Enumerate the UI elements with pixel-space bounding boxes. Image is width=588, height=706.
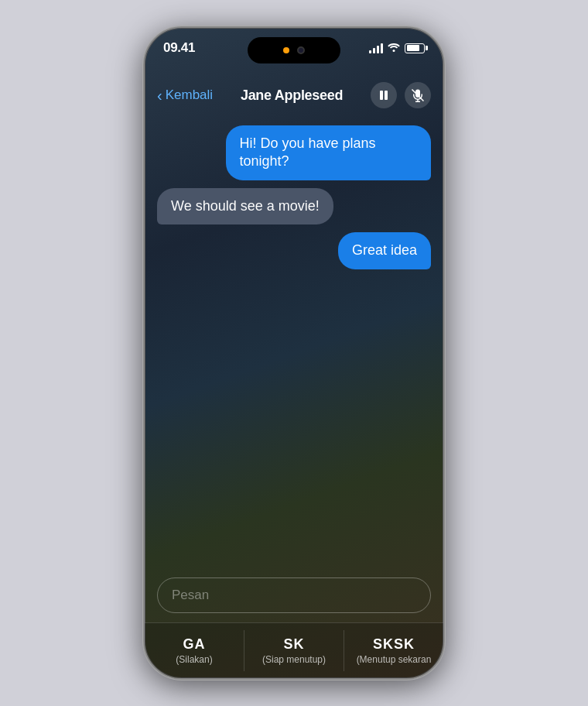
message-text: We should see a movie! [171,198,320,214]
bottom-item-sk[interactable]: SK (Siap menutup) [244,630,344,671]
contact-name: Jane Appleseed [219,87,364,104]
message-bubble-incoming-1: We should see a movie! [157,188,333,224]
bottom-item-ga[interactable]: GA (Silakan) [145,630,244,671]
svg-rect-1 [385,91,388,100]
status-time: 09.41 [163,40,195,56]
message-input-container[interactable]: Pesan [157,577,431,613]
bottom-item-ga-code: GA [183,636,206,653]
back-button[interactable]: ‹ Kembali [157,87,213,103]
message-input[interactable]: Pesan [172,588,209,603]
back-label: Kembali [166,87,213,103]
message-text: Great idea [352,242,417,258]
phone-frame: 09.41 ‹ [143,26,445,680]
bottom-item-sksk-code: SKSK [373,636,415,653]
bottom-item-sk-label: (Siap menutup) [262,654,326,665]
mute-button[interactable] [405,82,431,108]
nav-bar: ‹ Kembali Jane Appleseed [145,74,443,116]
battery-icon [405,43,425,53]
message-text: Hi! Do you have plans tonight? [240,135,376,169]
bottom-item-sksk-label: (Menutup sekaran [357,654,432,665]
dynamic-island-dot [283,47,289,53]
signal-bars-icon [369,43,383,53]
screen: 09.41 ‹ [145,28,443,678]
input-area: Pesan [145,570,443,622]
nav-actions [371,82,431,108]
pause-button[interactable] [371,82,397,108]
bottom-item-ga-label: (Silakan) [176,654,212,665]
bottom-item-sk-code: SK [283,636,304,653]
bottom-item-sksk[interactable]: SKSK (Menutup sekaran [344,630,443,671]
svg-rect-0 [380,91,383,100]
status-icons [369,40,425,54]
messages-area: Hi! Do you have plans tonight? We should… [145,116,443,570]
bottom-bar: GA (Silakan) SK (Siap menutup) SKSK (Men… [145,622,443,678]
wifi-icon [388,42,400,54]
message-bubble-outgoing-2: Great idea [338,232,431,269]
dynamic-island [248,37,340,63]
message-bubble-outgoing-1: Hi! Do you have plans tonight? [226,125,432,180]
dynamic-island-camera [297,46,305,54]
chevron-left-icon: ‹ [157,87,162,103]
